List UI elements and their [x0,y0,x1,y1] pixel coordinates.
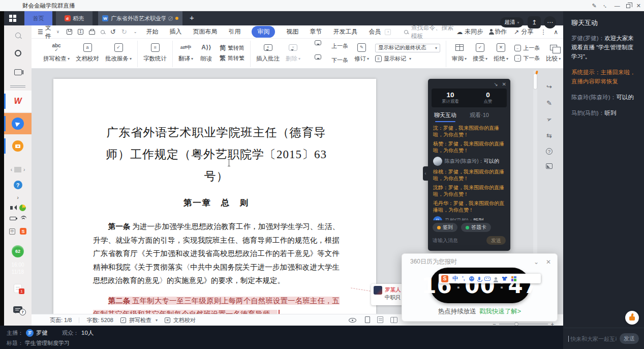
tray-expand-button[interactable]: › [4,194,32,200]
sogou-icon[interactable]: S [20,228,26,235]
volume-muted-icon[interactable] [10,206,13,210]
book-view-icon[interactable] [390,317,397,323]
eye-protect-icon[interactable] [349,318,356,323]
menu-insert[interactable]: 插入 [169,27,181,36]
next-change-button[interactable]: →下一条 [514,54,540,62]
stream-more-button[interactable]: ⋯ [544,16,556,28]
prev-comment-button[interactable]: ←上一条 [306,40,348,52]
ime-icon[interactable]: 中 [9,228,15,235]
tab-home[interactable]: 首页 [24,11,52,25]
chevron-right-icon[interactable]: › [23,167,25,172]
reject-change-button[interactable]: ✕ 拒绝▾ [490,41,511,63]
file-menu-button[interactable]: ☰ 文件 ∨ [38,23,59,41]
menu-page-layout[interactable]: 页面布局 [193,27,217,36]
select-cursor-icon[interactable]: ➢ [545,115,553,124]
undo-icon[interactable]: ↺ [110,28,116,35]
track-changes-button[interactable]: ✎ 修订▾ [351,41,372,63]
new-tab-button[interactable]: + [190,14,194,22]
close-widget-icon[interactable]: ✕ [546,258,551,266]
highlighter-icon[interactable]: ✎ [546,99,552,107]
menu-section[interactable]: 章节 [310,27,322,36]
prev-change-button[interactable]: ←上一条 [514,44,540,52]
wifi-icon[interactable] [21,216,26,221]
answer-card-button[interactable]: 答题卡 [461,223,491,232]
mic-icon[interactable] [478,277,480,280]
image-tool-icon[interactable] [546,163,553,169]
skin-icon[interactable] [502,277,507,281]
menu-start[interactable]: 开始 [146,27,158,36]
spell-check-button[interactable]: abc✓ 拼写检查▾ [40,41,73,63]
single-page-view-icon[interactable] [365,316,370,323]
markup-state-dropdown[interactable]: 显示标记的最终状态▾ [375,44,440,52]
taskbar-live-app-active[interactable] [4,113,32,134]
stream-quality-button[interactable]: 超清▾ [500,17,524,27]
sign-in-button[interactable]: 签到 [433,223,457,232]
menu-view[interactable]: 视图 [286,27,298,36]
more-menu-icon[interactable]: ⋮ [540,28,546,36]
sogou-logo-icon[interactable]: S [441,275,448,282]
taskbar-pager[interactable]: ‹› [4,167,32,172]
next-comment-button[interactable]: →下一条 [306,54,348,66]
share-button[interactable]: ↗分享 [514,27,533,36]
battery-icon[interactable] [10,217,16,220]
tab-watchers[interactable]: 观看·10 [470,111,489,122]
help-circle-icon[interactable]: ? [546,148,553,155]
tab-docer[interactable]: d 稻壳 [56,11,93,25]
tab-chat-interaction[interactable]: 聊天互动 [434,111,456,122]
collaborate-button[interactable]: 协作 [490,27,507,36]
read-aloud-button[interactable]: A⟩⟩ 朗读 [196,41,217,63]
scrollbar-thumb[interactable] [534,74,537,89]
zoom-track[interactable] [499,324,548,325]
sidebar-send-button[interactable]: 发送 [620,333,639,344]
delete-comment-button[interactable]: × 删除▾ [283,41,303,63]
close-icon[interactable]: ✕ [636,3,641,9]
redo-icon[interactable]: ↻ [121,28,127,35]
export-icon[interactable]: ↥ [78,29,83,35]
command-search[interactable]: 查找命令、搜索模板 [404,23,456,41]
panel-message-input[interactable] [433,238,473,243]
expand-panel-icon[interactable]: ↘ [494,81,498,87]
show-markup-button[interactable]: ≡ 显示标记▾ [375,55,440,63]
help-button[interactable]: ? [4,181,32,189]
customize-toolbar-icon[interactable]: ⌄ [134,30,137,34]
grading-service-button[interactable]: ✓ 批改服务▾ [102,41,135,63]
panel-collapse-handle[interactable]: ‹ [423,166,428,181]
menu-reference[interactable]: 引用 [228,27,240,36]
close-panel-icon[interactable]: ✕ [502,81,506,87]
document-page[interactable]: 广东省外语艺术职业学院班主任（德育导 师）工作规定（粤外艺职院学〔2015〕63… [53,79,376,314]
like-button[interactable] [625,311,639,325]
annotate-icon[interactable]: ✎ [592,3,597,9]
swap-icon[interactable]: ⇆ [546,132,552,139]
print-preview-icon[interactable] [101,30,105,34]
taskbar-clock[interactable]: 16:0011/18 [4,261,32,276]
compare-button[interactable]: 比较▾ [543,41,564,63]
proofread-status[interactable]: ✕ 文档校对 [165,316,196,324]
restore-icon[interactable] [626,4,630,8]
cortana-button[interactable] [4,50,32,56]
tab-document[interactable]: W 广东省外语艺术职业学院班主任 [98,11,182,25]
collapse-widget-icon[interactable]: ⌄ [534,258,539,266]
punctuation-icon[interactable]: ’, [462,276,465,281]
windows-start-icon[interactable] [9,15,16,22]
outline-view-icon[interactable] [377,316,383,323]
translate-button[interactable]: a⇄中 翻译▾ [175,41,196,63]
menu-dev-tools[interactable]: 开发工具 [333,27,357,36]
menu-member[interactable]: 会员 [369,27,381,36]
accept-change-button[interactable]: ✓ 接受▾ [470,41,490,63]
collapse-ribbon-icon[interactable]: ∧ [554,28,558,36]
simp-to-trad-button[interactable]: 繁简转繁 [220,54,244,62]
sync-status-button[interactable]: ☁未同步 [456,27,483,36]
emoji-icon[interactable] [469,276,474,281]
insert-comment-button[interactable]: + 插入批注 [253,41,283,63]
task-view-button[interactable] [4,69,32,75]
spell-check-status[interactable]: ✓ 拼写检查▾ [120,316,158,324]
doc-proofread-button[interactable]: a 文档校对 [73,41,102,63]
footer-link[interactable]: 戳我快速了解> [479,308,521,315]
chinese-mode-icon[interactable]: 中 [452,275,458,282]
sidebar-message-input[interactable] [568,336,617,342]
security-shield-icon[interactable] [19,205,26,211]
menu-review-active[interactable]: 审阅 [252,26,275,38]
review-panel-button[interactable]: 审阅▾ [449,41,470,63]
taskbar-recorder-app[interactable] [4,135,32,157]
taskbar-wps-app[interactable]: W [4,91,32,112]
